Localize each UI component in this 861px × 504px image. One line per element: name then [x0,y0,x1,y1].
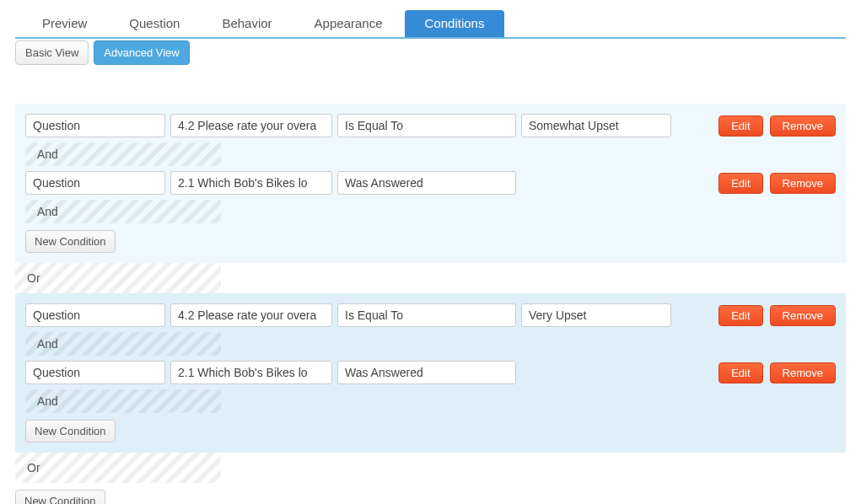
new-condition-button[interactable]: New Condition [15,490,105,504]
subject-select[interactable]: Question [25,303,165,327]
question-select[interactable]: 4.2 Please rate your overa [170,114,332,137]
remove-button[interactable]: Remove [770,173,836,194]
tab-appearance[interactable]: Appearance [294,10,403,37]
and-connector: And [25,389,221,413]
basic-view-button[interactable]: Basic View [15,40,89,65]
new-condition-button[interactable]: New Condition [25,230,116,253]
tab-behavior[interactable]: Behavior [202,10,292,37]
and-connector: And [25,200,221,223]
remove-button[interactable]: Remove [770,362,836,383]
edit-button[interactable]: Edit [718,305,762,326]
operator-select[interactable]: Is Equal To [337,114,516,137]
operator-select[interactable]: Was Answered [337,171,516,195]
operator-select[interactable]: Was Answered [337,361,516,384]
question-select[interactable]: 2.1 Which Bob's Bikes lo [170,361,332,384]
operator-select[interactable]: Is Equal To [337,303,516,327]
edit-button[interactable]: Edit [718,362,762,383]
condition-row: Question 2.1 Which Bob's Bikes lo Was An… [25,171,836,195]
subject-select[interactable]: Question [25,114,165,137]
value-select[interactable]: Somewhat Upset [521,114,671,137]
question-select[interactable]: 2.1 Which Bob's Bikes lo [170,171,332,195]
condition-row: Question 2.1 Which Bob's Bikes lo Was An… [25,361,836,384]
or-connector: Or [15,263,221,293]
subject-select[interactable]: Question [25,171,165,195]
edit-button[interactable]: Edit [718,173,762,194]
or-connector: Or [15,453,221,483]
condition-row: Question 4.2 Please rate your overa Is E… [25,114,836,137]
tab-conditions[interactable]: Conditions [405,10,505,37]
new-condition-button[interactable]: New Condition [25,420,116,442]
subject-select[interactable]: Question [25,361,165,384]
tab-preview[interactable]: Preview [22,10,107,37]
and-connector: And [25,142,221,166]
nav-tabs: Preview Question Behavior Appearance Con… [15,10,846,39]
condition-group-1: Question 4.2 Please rate your overa Is E… [15,104,846,263]
remove-button[interactable]: Remove [770,305,836,326]
view-toggle: Basic View Advanced View [15,40,846,65]
condition-group-2: Question 4.2 Please rate your overa Is E… [15,293,846,453]
condition-row: Question 4.2 Please rate your overa Is E… [25,303,836,327]
and-connector: And [25,332,221,356]
tab-question[interactable]: Question [109,10,200,37]
remove-button[interactable]: Remove [770,115,836,137]
question-select[interactable]: 4.2 Please rate your overa [170,303,332,327]
value-select[interactable]: Very Upset [521,303,671,327]
advanced-view-button[interactable]: Advanced View [94,40,189,65]
edit-button[interactable]: Edit [718,115,762,137]
